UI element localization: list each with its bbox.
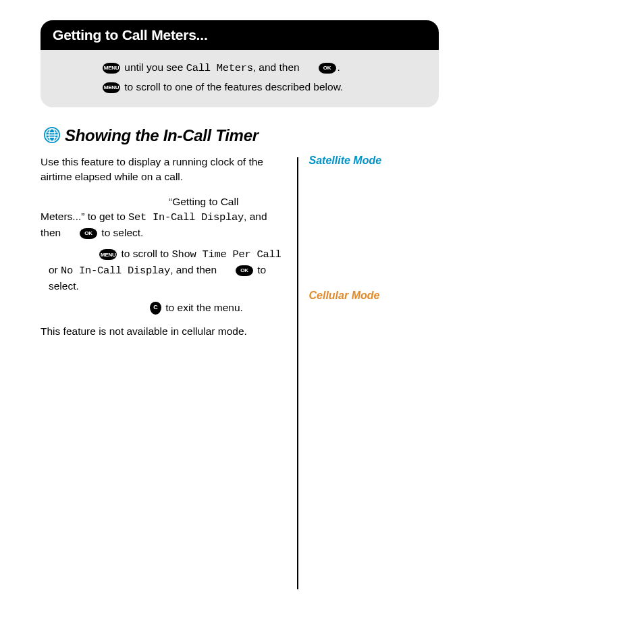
step-2: MENU to scroll to Show Time Per Call or … xyxy=(41,246,284,293)
left-column: Use this feature to display a running cl… xyxy=(41,155,297,339)
step-3: C to exit the menu. xyxy=(41,300,284,315)
header-bar: Getting to Call Meters... xyxy=(41,20,439,50)
text: . xyxy=(338,61,340,73)
instruction-line-2: MENU to scroll to one of the features de… xyxy=(101,79,427,95)
text: to scroll to one of the features describ… xyxy=(122,81,343,92)
section-title: Showing the In-Call Timer xyxy=(41,126,439,145)
text: to exit the menu. xyxy=(163,302,243,313)
two-column-layout: Use this feature to display a running cl… xyxy=(41,155,439,589)
section-title-text: Showing the In-Call Timer xyxy=(65,126,259,144)
c-key-icon: C xyxy=(150,302,161,315)
menu-item-call-meters: Call Meters xyxy=(186,62,253,74)
step-1: “Getting to Call Meters...” to get to Se… xyxy=(41,194,284,240)
text: until you see xyxy=(122,61,186,73)
globe-icon xyxy=(43,126,61,144)
menu-item-no-in-call-display: No In-Call Display xyxy=(61,265,170,277)
text: , and then xyxy=(253,61,302,73)
instruction-box: MENU until you see Call Meters, and then… xyxy=(41,50,439,107)
text: to scroll to xyxy=(118,248,171,259)
text: to select. xyxy=(99,227,143,238)
ok-key-icon: OK xyxy=(80,228,97,239)
text: , and then xyxy=(170,264,219,275)
menu-item-set-in-call-display: Set In-Call Display xyxy=(128,211,244,223)
menu-key-icon: MENU xyxy=(103,63,120,74)
right-column: Satellite Mode Cellular Mode xyxy=(298,155,439,302)
ok-key-icon: OK xyxy=(319,63,336,74)
text: or xyxy=(49,264,61,275)
note-paragraph: This feature is not available in cellula… xyxy=(41,324,284,339)
menu-item-show-time-per-call: Show Time Per Call xyxy=(171,248,281,261)
satellite-mode-label: Satellite Mode xyxy=(309,155,439,167)
intro-paragraph: Use this feature to display a running cl… xyxy=(41,155,284,184)
instruction-line-1: MENU until you see Call Meters, and then… xyxy=(101,59,427,76)
menu-key-icon: MENU xyxy=(99,249,117,260)
header-title: Getting to Call Meters... xyxy=(53,27,208,43)
cellular-mode-label: Cellular Mode xyxy=(309,290,439,302)
menu-key-icon: MENU xyxy=(103,82,120,93)
ok-key-icon: OK xyxy=(236,265,253,276)
